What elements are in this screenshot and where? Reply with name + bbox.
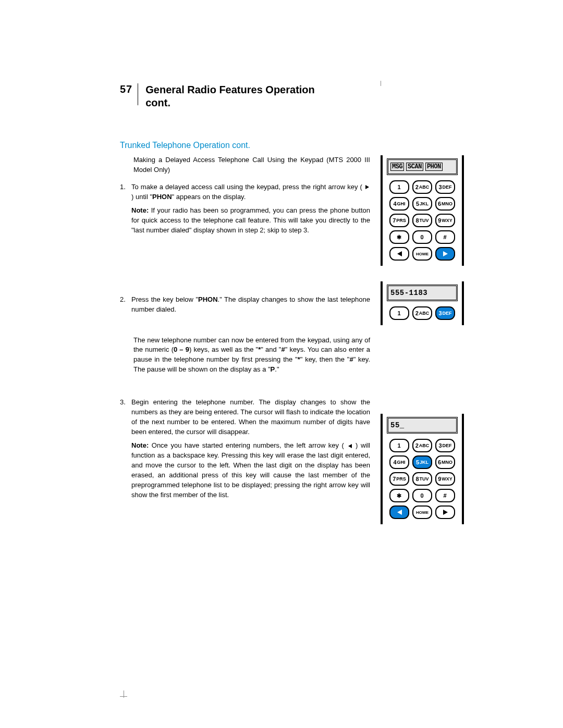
step1-body: To make a delayed access call using the … (131, 182, 370, 236)
key-4[interactable]: 4GHI (389, 455, 409, 469)
key-0[interactable]: 0 (412, 230, 432, 244)
text-column: Making a Delayed Access Telephone Call U… (120, 155, 370, 540)
key-8[interactable]: 8TUV (412, 472, 432, 486)
lcd-screen-3: 55_ (387, 417, 458, 434)
key-hash[interactable]: # (435, 230, 455, 244)
key-9[interactable]: 9WXY (435, 214, 455, 227)
key-left-arrow[interactable] (389, 505, 409, 519)
step2-para2: The new telephone number can now be ente… (120, 336, 370, 375)
step3-body: Begin entering the telephone number. The… (131, 398, 370, 500)
title-line2: cont. (145, 97, 170, 108)
screen-phon: PHON (425, 163, 443, 171)
page-header: 57 General Radio Features Operation cont… (120, 83, 464, 109)
keypad-column: MSG SCAN PHON 1 2ABC 3DEF 4GHI 5JKL 6MNO… (381, 155, 464, 540)
keypad-device-3: 55_ 1 2ABC 3DEF 4GHI 5JKL 6MNO 7PRS 8TUV… (381, 414, 464, 524)
s2i: ." (275, 365, 279, 373)
lcd-screen-1: MSG SCAN PHON (387, 158, 458, 175)
step2-body: Press the key below "PHON." The display … (131, 295, 370, 315)
key-1[interactable]: 1 (389, 306, 409, 320)
step1-text-b: ) until " (131, 193, 152, 201)
hash1: # (281, 346, 285, 353)
key-6[interactable]: 6MNO (435, 197, 455, 211)
step2-number: 2. (120, 295, 131, 315)
s3b: Once you have started entering numbers, … (149, 441, 347, 449)
key-7[interactable]: 7PRS (389, 214, 409, 227)
phon-bold: PHON (152, 193, 172, 201)
keypad-device-1: MSG SCAN PHON 1 2ABC 3DEF 4GHI 5JKL 6MNO… (381, 155, 464, 266)
right-arrow-icon (365, 185, 369, 189)
screen-entry: 55_ (390, 421, 405, 429)
key-9[interactable]: 9WXY (435, 472, 455, 486)
step1-text-a: To make a delayed access call using the … (131, 183, 364, 191)
s2a: Press the key below " (131, 295, 198, 303)
left-arrow-icon (397, 510, 402, 515)
s2d: ) keys, as well as the " (189, 346, 258, 353)
left-arrow-icon (348, 444, 352, 448)
key-star[interactable]: ✱ (389, 489, 409, 502)
step1-number: 1. (120, 182, 131, 236)
keypad-grid-2: 1 2ABC 3DEF (387, 306, 458, 320)
key-home[interactable]: HOME (412, 247, 432, 261)
note-label: Note: (131, 206, 149, 214)
key-1[interactable]: 1 (389, 180, 409, 194)
key-3[interactable]: 3DEF (435, 180, 455, 194)
right-arrow-icon (443, 510, 448, 515)
section-subtitle: Trunked Telephone Operation cont. (120, 141, 464, 150)
key-right-arrow[interactable] (435, 247, 455, 261)
hash2: # (349, 355, 353, 363)
key-hash[interactable]: # (435, 489, 455, 502)
s3c: ) will function as a backspace key. Pres… (131, 441, 370, 498)
step1-note: If your radio has been so programmed, yo… (131, 206, 370, 234)
key-3[interactable]: 3DEF (435, 439, 455, 452)
p-bold: P (271, 365, 275, 373)
title-line1: General Radio Features Operation (145, 84, 315, 95)
keypad-grid-3: 1 2ABC 3DEF 4GHI 5JKL 6MNO 7PRS 8TUV 9WX… (387, 439, 458, 519)
s3a: Begin entering the telephone number. The… (131, 398, 370, 436)
key-7[interactable]: 7PRS (389, 472, 409, 486)
key-0[interactable]: 0 (412, 489, 432, 502)
note-label-2: Note: (131, 441, 149, 449)
range-bold: 0 – 9 (174, 346, 189, 353)
key-5[interactable]: 5JKL (412, 197, 432, 211)
screen-scan: SCAN (406, 163, 423, 171)
key-2[interactable]: 2ABC (412, 439, 432, 452)
key-1[interactable]: 1 (389, 439, 409, 452)
key-2[interactable]: 2ABC (412, 180, 432, 194)
left-arrow-icon (397, 251, 402, 256)
page-number: 57 (120, 83, 132, 95)
keypad-grid-1: 1 2ABC 3DEF 4GHI 5JKL 6MNO 7PRS 8TUV 9WX… (387, 180, 458, 261)
phon-bold-2: PHON (198, 295, 218, 303)
page-title: General Radio Features Operation cont. (145, 83, 315, 109)
keypad-device-2: 555-1183 1 2ABC 3DEF (381, 281, 464, 325)
s2g: " key, then the " (300, 355, 350, 363)
key-5[interactable]: 5JKL (412, 455, 432, 469)
intro-text: Making a Delayed Access Telephone Call U… (120, 155, 370, 175)
screen-msg: MSG (390, 163, 404, 171)
key-right-arrow[interactable] (435, 505, 455, 519)
lcd-screen-2: 555-1183 (387, 285, 458, 301)
screen-number: 555-1183 (390, 289, 427, 297)
key-2[interactable]: 2ABC (412, 306, 432, 320)
key-8[interactable]: 8TUV (412, 214, 432, 227)
key-6[interactable]: 6MNO (435, 455, 455, 469)
key-home[interactable]: HOME (412, 505, 432, 519)
key-3[interactable]: 3DEF (435, 306, 455, 320)
step3-number: 3. (120, 398, 131, 500)
header-divider (138, 83, 138, 105)
s2e: " and " (261, 346, 281, 353)
key-star[interactable]: ✱ (389, 230, 409, 244)
step1-text-c: " appears on the display. (172, 193, 246, 201)
right-arrow-icon (443, 251, 448, 256)
key-4[interactable]: 4GHI (389, 197, 409, 211)
key-left-arrow[interactable] (389, 247, 409, 261)
